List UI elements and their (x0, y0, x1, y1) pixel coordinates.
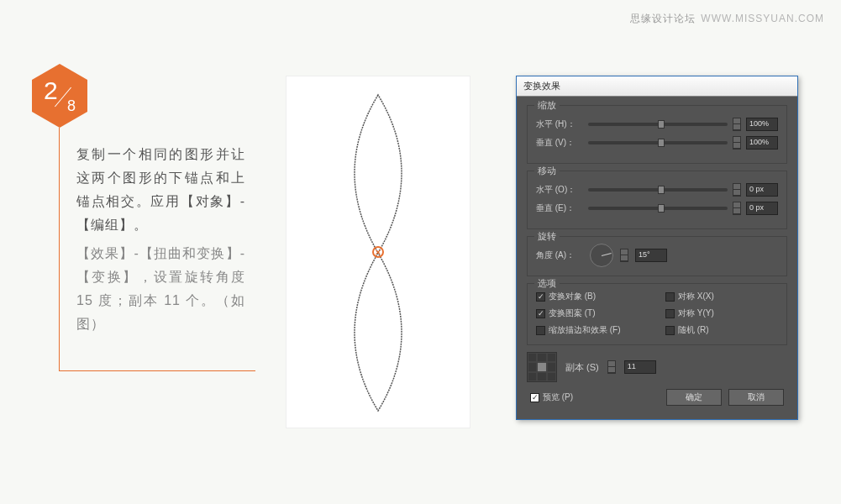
move-title: 移动 (534, 165, 560, 177)
watermark-cn: 思缘设计论坛 (630, 13, 696, 24)
dialog-title: 变换效果 (517, 76, 797, 97)
move-h-row: 水平 (O)： 0 px (536, 183, 778, 197)
scale-v-spinner[interactable] (733, 136, 741, 150)
watermark-text: 思缘设计论坛WWW.MISSYUAN.COM (630, 12, 824, 26)
dialog-body: 缩放 水平 (H)： 100% 垂直 (V)： 100% 移动 水平 (O)： … (517, 97, 797, 419)
scale-v-slider[interactable] (588, 141, 728, 144)
anchor-point-selector[interactable] (527, 352, 557, 382)
opt-reflect-x[interactable]: 对称 X(X) (665, 291, 778, 302)
scale-title: 缩放 (534, 99, 560, 112)
rotate-section: 旋转 角度 (A)： 15° (527, 236, 787, 276)
move-h-label: 水平 (O)： (536, 184, 583, 196)
rotate-input[interactable]: 15° (635, 249, 667, 262)
options-grid: 变换对象 (B) 对称 X(X) 变换图案 (T) 对称 Y(Y) 缩放描边和效… (536, 291, 778, 336)
options-section: 选项 变换对象 (B) 对称 X(X) 变换图案 (T) 对称 Y(Y) 缩放描… (527, 283, 787, 345)
move-v-input[interactable]: 0 px (746, 202, 778, 215)
step-fraction: 2 8 (45, 81, 74, 110)
rotate-row: 角度 (A)： 15° (536, 244, 778, 267)
move-h-slider[interactable] (588, 188, 728, 192)
scale-h-label: 水平 (H)： (536, 118, 583, 130)
step-badge: 2 8 (32, 64, 87, 128)
move-v-row: 垂直 (E)： 0 px (536, 202, 778, 215)
move-v-spinner[interactable] (733, 202, 741, 215)
scale-section: 缩放 水平 (H)： 100% 垂直 (V)： 100% (527, 105, 787, 164)
scale-h-spinner[interactable] (733, 118, 741, 131)
checkbox-icon (530, 393, 539, 402)
ok-button[interactable]: 确定 (666, 389, 722, 406)
step-denominator: 8 (67, 97, 76, 114)
scale-h-row: 水平 (H)： 100% (536, 118, 778, 131)
anchor-marker-x: × (376, 247, 381, 257)
canvas-preview: × (286, 76, 470, 428)
scale-v-label: 垂直 (V)： (536, 137, 583, 149)
scale-h-slider[interactable] (588, 123, 728, 126)
preview-checkbox[interactable]: 预览 (P) (530, 391, 573, 403)
opt-random[interactable]: 随机 (R) (665, 324, 778, 336)
opt-transform-objects[interactable]: 变换对象 (B) (536, 291, 649, 302)
button-group: 确定 取消 (666, 389, 784, 406)
checkbox-icon (536, 292, 545, 302)
step-numerator: 2 (44, 76, 58, 104)
transform-dialog: 变换效果 缩放 水平 (H)： 100% 垂直 (V)： 100% 移动 水平 … (516, 76, 798, 420)
hexagon-icon: 2 8 (32, 64, 87, 128)
scale-v-row: 垂直 (V)： 100% (536, 136, 778, 150)
scale-h-input[interactable]: 100% (746, 118, 778, 131)
opt-transform-patterns[interactable]: 变换图案 (T) (536, 307, 649, 319)
dialog-footer: 预览 (P) 确定 取消 (527, 382, 787, 409)
instruction-text-1: 复制一个相同的图形并让这两个图形的下锚点和上锚点相交。应用【对象】-【编组】。 (76, 143, 245, 237)
move-h-spinner[interactable] (733, 183, 741, 197)
rotate-title: 旋转 (534, 230, 560, 243)
move-h-input[interactable]: 0 px (746, 183, 778, 197)
watermark-url: WWW.MISSYUAN.COM (701, 13, 824, 24)
copies-label: 副本 (S) (565, 361, 599, 374)
move-v-label: 垂直 (E)： (536, 202, 583, 214)
copies-row: 副本 (S) 11 (527, 352, 787, 382)
copies-spinner[interactable] (607, 360, 616, 374)
copies-input[interactable]: 11 (624, 360, 656, 374)
move-v-slider[interactable] (588, 207, 728, 210)
angle-dial[interactable] (590, 244, 613, 267)
rotate-label: 角度 (A)： (536, 249, 583, 261)
checkbox-icon (665, 326, 675, 335)
instruction-panel: 复制一个相同的图形并让这两个图形的下锚点和上锚点相交。应用【对象】-【编组】。 … (59, 128, 255, 371)
checkbox-icon (665, 292, 675, 302)
cancel-button[interactable]: 取消 (728, 389, 784, 406)
opt-reflect-y[interactable]: 对称 Y(Y) (665, 307, 778, 319)
scale-v-input[interactable]: 100% (746, 136, 778, 150)
checkbox-icon (536, 309, 545, 318)
rotate-spinner[interactable] (620, 249, 628, 262)
checkbox-icon (536, 326, 545, 335)
checkbox-icon (665, 309, 675, 318)
opt-scale-strokes[interactable]: 缩放描边和效果 (F) (536, 324, 649, 336)
options-title: 选项 (534, 277, 560, 290)
move-section: 移动 水平 (O)： 0 px 垂直 (E)： 0 px (527, 171, 787, 229)
instruction-text-2: 【效果】-【扭曲和变换】-【变换】，设置旋转角度 15 度；副本 11 个。（如… (76, 242, 245, 336)
